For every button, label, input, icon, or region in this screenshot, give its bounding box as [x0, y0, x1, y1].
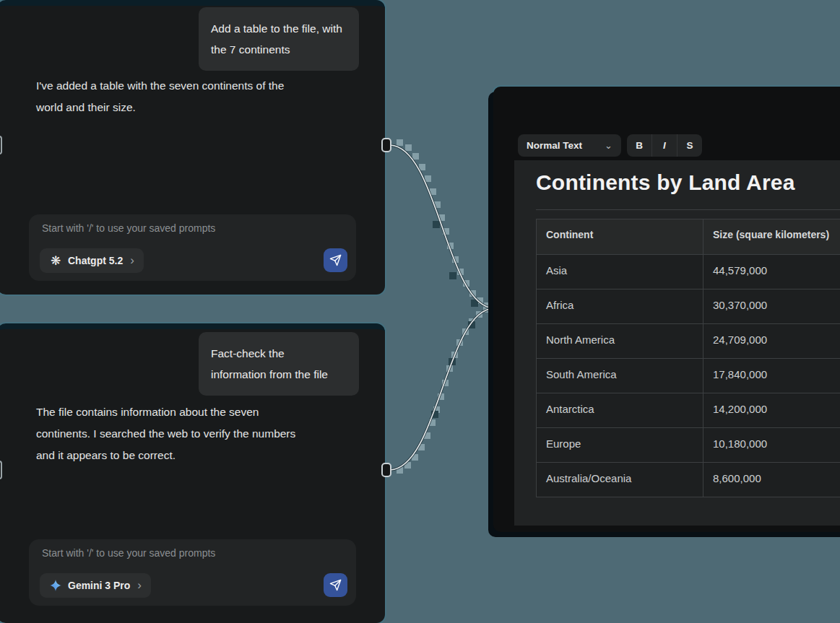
table-cell: 10,180,000 — [703, 428, 840, 463]
send-button[interactable] — [324, 573, 347, 597]
table-cell: Africa — [537, 289, 703, 324]
text-style-value: Normal Text — [527, 140, 582, 151]
table-row: South America17,840,000 — [537, 359, 840, 393]
table-cell: Australia/Oceania — [537, 463, 703, 497]
chevron-down-icon: ⌄ — [605, 143, 612, 149]
table-cell: Asia — [537, 255, 703, 289]
table-row: Africa30,370,000 — [537, 289, 840, 324]
table-row: Asia44,579,000 — [537, 255, 840, 289]
format-button-group: B I S — [627, 134, 702, 157]
table-cell: North America — [537, 324, 703, 359]
table-cell: 30,370,000 — [703, 289, 840, 324]
assistant-message: I've added a table with the seven contin… — [36, 75, 284, 118]
prompt-composer[interactable]: ❋ Chatgpt 5.2 › — [29, 214, 356, 281]
user-message-bubble: Fact-check the information from the file — [199, 332, 359, 396]
table-cell: 8,600,000 — [703, 463, 840, 497]
table-row: Australia/Oceania8,600,000 — [537, 463, 840, 497]
output-port[interactable] — [381, 138, 391, 152]
continents-table: ContinentSize (square kilometers) Asia44… — [536, 219, 840, 497]
table-cell: 17,840,000 — [703, 359, 840, 393]
bold-button[interactable]: B — [627, 134, 651, 157]
assistant-message: The file contains information about the … — [36, 401, 295, 466]
table-cell: 44,579,000 — [703, 255, 840, 289]
prompt-input[interactable] — [40, 222, 339, 235]
document-panel[interactable]: Continents by Land Area ContinentSize (s… — [514, 160, 840, 526]
title-divider — [536, 209, 840, 210]
send-button[interactable] — [324, 248, 347, 272]
italic-button[interactable]: I — [651, 134, 677, 157]
table-row: North America24,709,000 — [537, 324, 840, 359]
openai-logo-icon: ❋ — [49, 255, 62, 267]
table-column-header: Continent — [537, 219, 703, 255]
table-column-header: Size (square kilometers) — [703, 219, 840, 255]
table-row: Europe10,180,000 — [537, 428, 840, 463]
table-row: Antarctica14,200,000 — [537, 393, 840, 428]
table-cell: 24,709,000 — [703, 324, 840, 359]
prompt-composer[interactable]: Gemini 3 Pro › — [29, 539, 356, 606]
gemini-star-icon — [49, 580, 62, 591]
model-name: Gemini 3 Pro — [68, 580, 130, 591]
output-port[interactable] — [381, 463, 391, 477]
chat-node-chatgpt[interactable]: Add a table to the file, with the 7 cont… — [0, 0, 385, 295]
input-port[interactable] — [0, 136, 2, 154]
chevron-right-icon: › — [137, 580, 142, 591]
input-port[interactable] — [0, 461, 2, 479]
table-header-row: ContinentSize (square kilometers) — [537, 219, 840, 255]
prompt-input[interactable] — [40, 546, 339, 559]
table-cell: 14,200,000 — [703, 393, 840, 428]
strikethrough-button[interactable]: S — [677, 134, 702, 157]
chevron-right-icon: › — [130, 256, 134, 266]
paper-plane-icon — [329, 579, 342, 591]
table-cell: Antarctica — [537, 393, 703, 428]
chat-node-gemini[interactable]: Fact-check the information from the file… — [0, 323, 385, 623]
paper-plane-icon — [329, 254, 342, 266]
user-message-bubble: Add a table to the file, with the 7 cont… — [199, 7, 359, 71]
model-selector-gemini[interactable]: Gemini 3 Pro › — [40, 573, 151, 598]
model-selector-chatgpt[interactable]: ❋ Chatgpt 5.2 › — [40, 248, 144, 273]
document-title: Continents by Land Area — [536, 170, 795, 195]
table-cell: South America — [537, 359, 703, 393]
document-editor-node[interactable]: Normal Text ⌄ B I S Continents by Land A… — [493, 87, 840, 532]
text-style-dropdown[interactable]: Normal Text ⌄ — [518, 134, 621, 157]
table-cell: Europe — [537, 428, 703, 463]
editor-toolbar: Normal Text ⌄ B I S — [518, 134, 702, 157]
model-name: Chatgpt 5.2 — [68, 255, 123, 266]
canvas[interactable]: Add a table to the file, with the 7 cont… — [0, 0, 840, 623]
